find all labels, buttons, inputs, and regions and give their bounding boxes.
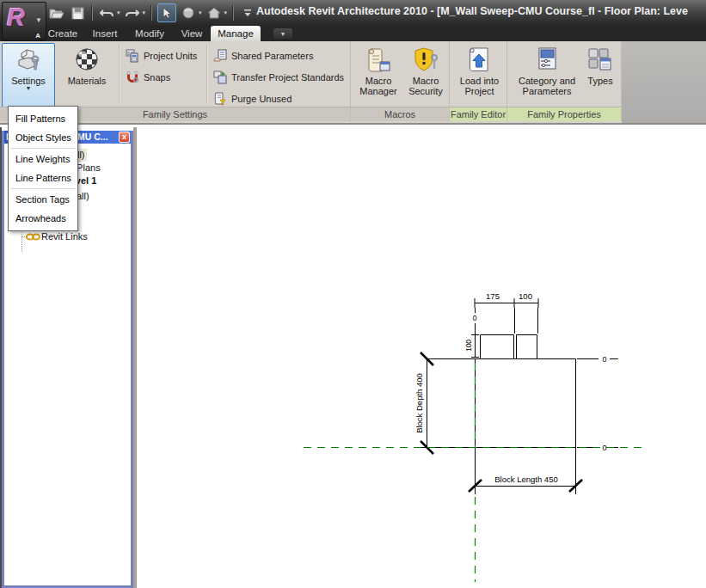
panel-label-family-properties[interactable]: Family Properties [507, 107, 621, 121]
qat-separator [150, 5, 152, 21]
transfer-project-standards-icon [213, 70, 227, 84]
save-icon [71, 7, 84, 20]
panel-macros: Macro Manager Macro Security Macros [351, 41, 450, 121]
cmu-profile-drawing: 175 100 0 100 Block Depth 400 Block Leng… [137, 127, 706, 588]
snaps-magnet-icon [126, 70, 139, 84]
redo-button[interactable] [124, 4, 141, 21]
dim-text-175[interactable]: 175 [486, 291, 500, 301]
customize-qat-button[interactable] [239, 4, 256, 21]
app-menu-dropdown-arrow: ▼ [35, 16, 42, 24]
3d-view-dropdown-arrow[interactable]: ▾ [199, 9, 202, 16]
panel-label-macros[interactable]: Macros [351, 107, 449, 121]
transfer-project-standards-label: Transfer Project Standards [231, 72, 344, 83]
save-button[interactable] [69, 4, 86, 21]
ribbon: Settings ▼ [0, 41, 706, 125]
folder-open-icon [49, 7, 64, 19]
project-units-button[interactable]: 0.0 Project Units [126, 47, 197, 64]
purge-unused-button[interactable]: Purge Unused [213, 90, 292, 107]
menu-item-line-patterns[interactable]: Line Patterns [9, 168, 77, 187]
project-units-label: Project Units [144, 51, 197, 61]
types-button[interactable]: Types [581, 43, 619, 107]
tree-item-revit-links[interactable]: Revit Links [4, 230, 131, 243]
application-menu-button[interactable]: R ▼ A [2, 2, 46, 41]
block-outline [475, 358, 576, 448]
project-units-icon: 0.0 [126, 49, 139, 63]
revit-links-icon [26, 233, 40, 241]
macro-manager-label: Macro Manager [356, 76, 401, 96]
macro-manager-button[interactable]: Macro Manager [355, 43, 402, 107]
ribbon-separator [206, 45, 208, 103]
qat-chevron-icon [243, 9, 252, 17]
macro-security-label: Macro Security [403, 76, 448, 96]
menu-item-arrowheads[interactable]: Arrowheads [9, 209, 77, 228]
shared-parameters-icon [213, 49, 227, 63]
dim-text-zero[interactable]: 0 [473, 314, 477, 322]
redo-dropdown-arrow[interactable]: ▾ [143, 9, 146, 16]
transfer-project-standards-button[interactable]: Transfer Project Standards [213, 69, 344, 86]
menu-item-line-weights[interactable]: Line Weights [9, 150, 77, 168]
modify-select-button[interactable] [157, 3, 176, 22]
macro-security-shield-icon [412, 46, 439, 74]
dim-text-100-top[interactable]: 100 [519, 291, 532, 301]
category-and-parameters-label: Category and Parameters [513, 76, 580, 96]
window-title: Autodesk Revit Architecture 2010 - [M_Wa… [256, 5, 706, 17]
snaps-label: Snaps [144, 72, 170, 83]
shared-parameters-button[interactable]: Shared Parameters [213, 47, 313, 64]
project-browser-close-button[interactable]: x [119, 132, 130, 143]
settings-dropdown-arrow: ▼ [3, 86, 54, 91]
materials-button-label: Materials [60, 76, 114, 86]
load-into-project-label: Load into Project [454, 76, 505, 96]
bump-left-outline [481, 335, 514, 359]
category-and-parameters-icon [533, 46, 561, 74]
materials-button[interactable]: Materials [59, 43, 114, 107]
3d-view-button[interactable] [180, 4, 197, 21]
menu-separator [10, 148, 76, 149]
dim-text-block-depth[interactable]: Block Depth 400 [414, 373, 424, 433]
drawing-area[interactable]: 175 100 0 100 Block Depth 400 Block Leng… [133, 127, 706, 588]
shared-parameters-label: Shared Parameters [231, 51, 313, 61]
revit-window: ▾ ▾ ▾ [0, 0, 706, 588]
settings-icon [15, 46, 42, 74]
undo-dropdown-arrow[interactable]: ▾ [117, 9, 120, 16]
menu-item-fill-patterns[interactable]: Fill Patterns [9, 109, 77, 128]
tab-view[interactable]: View [175, 26, 208, 41]
ribbon-state-toggle-button[interactable]: ▼ [273, 28, 292, 39]
revit-logo: R [7, 3, 25, 32]
dim-text-block-length[interactable]: Block Length 450 [494, 475, 557, 484]
settings-button[interactable]: Settings ▼ [2, 43, 55, 107]
macro-manager-icon [365, 46, 392, 74]
default-view-button[interactable] [206, 4, 223, 21]
quick-access-toolbar: ▾ ▾ ▾ [48, 3, 256, 22]
menu-item-section-tags[interactable]: Section Tags [9, 190, 77, 209]
macro-security-button[interactable]: Macro Security [402, 43, 449, 107]
3d-view-icon [181, 6, 195, 20]
tab-create[interactable]: Create [43, 26, 83, 41]
undo-button[interactable] [98, 4, 115, 21]
purge-unused-icon [213, 92, 227, 106]
autodesk-a-mark: A [35, 32, 40, 40]
tab-modify[interactable]: Modify [128, 26, 171, 41]
open-file-button[interactable] [48, 4, 65, 21]
redo-icon [125, 7, 139, 19]
tab-insert[interactable]: Insert [86, 26, 124, 41]
types-label: Types [582, 76, 618, 86]
undo-icon [100, 7, 114, 19]
dim-line-length [475, 447, 576, 494]
types-icon [586, 46, 614, 74]
materials-icon [73, 46, 101, 74]
load-into-project-icon [466, 46, 494, 74]
bump-right-outline [517, 335, 537, 359]
level-marker-bottom-text[interactable]: 0 [602, 444, 606, 452]
witness-lines-top [476, 308, 538, 357]
dim-text-100-vertical[interactable]: 100 [464, 340, 473, 352]
menu-item-object-styles[interactable]: Object Styles [9, 128, 77, 147]
title-bar: ▾ ▾ ▾ [0, 0, 706, 26]
load-into-project-button[interactable]: Load into Project [453, 43, 506, 107]
tab-manage[interactable]: Manage [211, 26, 261, 41]
house-dropdown-arrow[interactable]: ▾ [224, 9, 228, 16]
panel-label-family-editor[interactable]: Family Editor [450, 107, 506, 121]
level-marker-top-text[interactable]: 0 [602, 355, 606, 364]
ribbon-separator [119, 45, 120, 103]
snaps-button[interactable]: Snaps [126, 69, 170, 86]
category-and-parameters-button[interactable]: Category and Parameters [513, 43, 581, 107]
